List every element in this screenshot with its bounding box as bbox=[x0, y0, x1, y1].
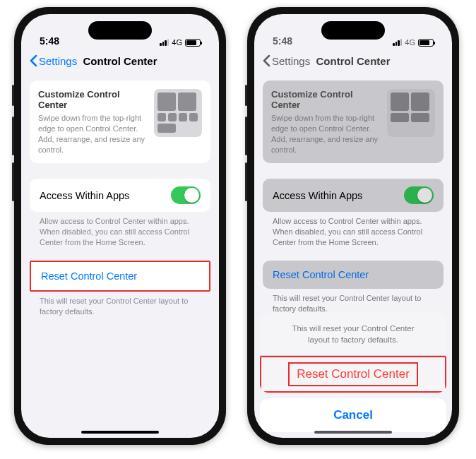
phone-left: 5:48 4G Settings Control Center Customiz… bbox=[14, 7, 226, 445]
battery-icon bbox=[185, 39, 201, 47]
nav-bar: Settings Control Center bbox=[21, 48, 219, 73]
network-label: 4G bbox=[172, 38, 182, 47]
card-title: Customize Control Center bbox=[38, 89, 147, 110]
reset-footnote: This will reset your Control Center layo… bbox=[30, 292, 210, 317]
clock: 5:48 bbox=[40, 35, 59, 47]
signal-icon bbox=[160, 39, 169, 46]
phone-right: 5:48 4G Settings Control Center Customiz… bbox=[247, 7, 459, 445]
card-desc: Swipe down from the top-right edge to op… bbox=[38, 113, 147, 155]
back-button[interactable]: Settings bbox=[30, 54, 77, 67]
dynamic-island bbox=[88, 21, 152, 40]
control-center-graphic bbox=[154, 89, 202, 137]
customize-card[interactable]: Customize Control Center Swipe down from… bbox=[30, 81, 210, 163]
chevron-left-icon bbox=[30, 54, 37, 67]
sheet-cancel-button[interactable]: Cancel bbox=[260, 398, 446, 432]
action-sheet: This will reset your Control Center layo… bbox=[254, 14, 452, 438]
home-indicator bbox=[314, 431, 392, 434]
home-indicator bbox=[81, 431, 159, 434]
access-toggle[interactable] bbox=[171, 186, 201, 204]
reset-label: Reset Control Center bbox=[41, 270, 137, 282]
sheet-message: This will reset your Control Center layo… bbox=[260, 313, 446, 356]
sheet-confirm-button[interactable]: Reset Control Center bbox=[260, 356, 446, 393]
access-label: Access Within Apps bbox=[40, 190, 129, 201]
reset-button[interactable]: Reset Control Center bbox=[30, 261, 210, 292]
access-footnote: Allow access to Control Center within ap… bbox=[30, 212, 210, 248]
dynamic-island bbox=[321, 21, 385, 40]
page-title: Control Center bbox=[83, 55, 157, 67]
access-within-apps-row: Access Within Apps bbox=[30, 179, 210, 212]
back-label: Settings bbox=[39, 55, 77, 67]
